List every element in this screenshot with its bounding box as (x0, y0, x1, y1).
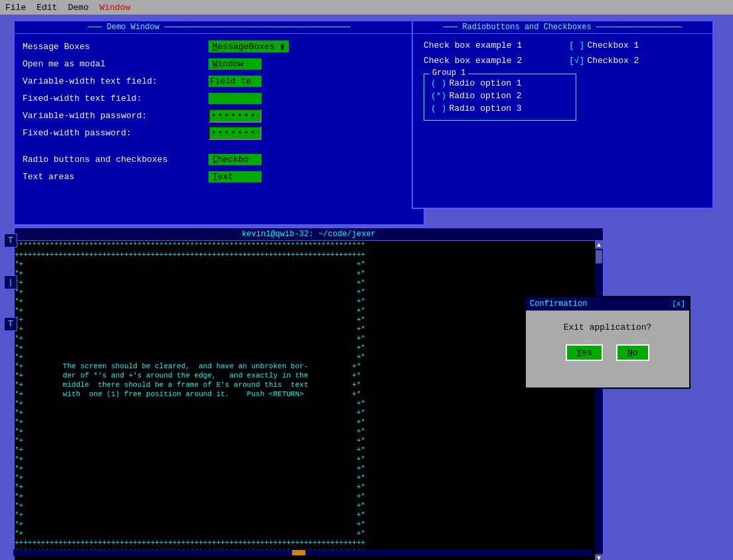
checkbox-name-2: Checkbox 2 (587, 56, 639, 66)
confirm-yes-button[interactable]: Yes (566, 344, 602, 361)
hscroll-thumb[interactable] (292, 550, 305, 555)
fixed-text-input[interactable] (208, 93, 262, 104)
checkbox-row-1: Check box example 1 [ ] Checkbox 1 (424, 40, 702, 50)
scrollbar-down[interactable]: ▼ (595, 554, 603, 560)
radio-option-1[interactable]: ( ) Radio option 1 (431, 78, 569, 88)
menu-file[interactable]: File (5, 3, 26, 13)
checkbox-box-2: [√] (569, 56, 584, 66)
scrollbar-up[interactable]: ▲ (595, 241, 603, 249)
fixed-text-label: Fixed-width text field: (23, 94, 208, 104)
radio-panel-title: ─── Radiobuttons and Checkboxes ────────… (413, 21, 712, 34)
terminal-scrollbar[interactable]: ▲ ▼ (595, 241, 603, 560)
variable-text-input[interactable] (208, 76, 262, 87)
checkbox-item-2[interactable]: [√] Checkbox 2 (569, 56, 702, 66)
checkbox-label-2: Check box example 2 (424, 56, 556, 66)
text-areas-row: Text areas Text (23, 169, 416, 184)
checkbox-box-1: [ ] (569, 40, 584, 50)
confirm-title-text: Confirmation (530, 299, 587, 309)
open-modal-button[interactable]: Window (208, 58, 262, 70)
demo-window-content: Message Boxes MessageBoxes ▮ Open me as … (15, 34, 424, 192)
variable-pwd-label: Variable-width password: (23, 111, 208, 121)
radio-checkboxes-row: Radio buttons and checkboxes Checkbo (23, 152, 416, 167)
terminal-window: kevin1@qwib-32: ~/code/jexer ***********… (13, 227, 604, 560)
fixed-pwd-row: Fixed-width password: (23, 125, 416, 140)
side-tabs: T | T (4, 234, 17, 331)
confirm-dialog: Confirmation [x] Exit application? Yes N… (525, 296, 691, 389)
radio-panel: ─── Radiobuttons and Checkboxes ────────… (412, 20, 714, 209)
variable-text-row: Variable-width text field: (23, 74, 416, 88)
radio-label-2: Radio option 2 (449, 91, 521, 101)
confirm-close-button[interactable]: [x] (672, 300, 685, 308)
terminal-text: ****************************************… (15, 241, 595, 560)
radio-panel-content: Check box example 1 [ ] Checkbox 1 Check… (413, 34, 712, 127)
confirm-no-button[interactable]: No (616, 344, 649, 361)
confirm-title-bar: Confirmation [x] (526, 297, 689, 311)
message-boxes-row: Message Boxes MessageBoxes ▮ (23, 39, 416, 54)
checkbox-name-1: Checkbox 1 (587, 40, 639, 50)
group-box-title: Group 1 (430, 68, 468, 78)
checkboxes-button[interactable]: Checkbo (208, 154, 262, 165)
bottom-scrollbar[interactable] (13, 549, 591, 556)
menu-edit[interactable]: Edit (37, 3, 57, 13)
demo-window-title: ─── Demo Window ────────────────────────… (15, 21, 424, 34)
variable-text-label: Variable-width text field: (23, 76, 208, 86)
scrollbar-thumb[interactable] (596, 250, 602, 263)
scrollbar-track (595, 249, 603, 554)
radio-checkboxes-label: Radio buttons and checkboxes (23, 155, 208, 165)
open-modal-label: Open me as modal (23, 59, 208, 69)
radio-option-2[interactable]: (*) Radio option 2 (431, 91, 569, 101)
radio-label-3: Radio option 3 (449, 104, 521, 113)
menubar: File Edit Demo Window (0, 0, 733, 15)
variable-pwd-input[interactable] (208, 109, 262, 123)
demo-window: ─── Demo Window ────────────────────────… (13, 20, 425, 226)
variable-pwd-row: Variable-width password: (23, 108, 416, 123)
side-tab-t2[interactable]: | (4, 275, 17, 289)
terminal-content[interactable]: ****************************************… (15, 241, 603, 560)
fixed-text-row: Fixed-width text field: (23, 91, 416, 105)
radio-label-1: Radio option 1 (449, 78, 521, 88)
confirm-buttons: Yes No (526, 339, 689, 366)
checkbox-label-1: Check box example 1 (424, 40, 556, 50)
open-modal-row: Open me as modal Window (23, 56, 416, 71)
checkbox-row-2: Check box example 2 [√] Checkbox 2 (424, 56, 702, 66)
terminal-title: kevin1@qwib-32: ~/code/jexer (15, 228, 603, 241)
confirm-message: Exit application? (564, 322, 652, 332)
desktop: ─── Demo Window ────────────────────────… (0, 15, 733, 560)
group-box-1: Group 1 ( ) Radio option 1 (*) Radio opt… (424, 74, 576, 121)
fixed-pwd-label: Fixed-width password: (23, 128, 208, 138)
radio-option-3[interactable]: ( ) Radio option 3 (431, 104, 569, 113)
checkbox-item-1[interactable]: [ ] Checkbox 1 (569, 40, 702, 50)
radio-indicator-2: (*) (431, 91, 446, 101)
menu-window[interactable]: Window (100, 3, 131, 13)
side-tab-t1[interactable]: T (4, 234, 17, 247)
menu-demo[interactable]: Demo (68, 3, 88, 13)
confirm-body: Exit application? (526, 311, 689, 339)
message-boxes-label: Message Boxes (23, 42, 208, 52)
radio-indicator-1: ( ) (431, 78, 446, 88)
text-areas-label: Text areas (23, 172, 208, 182)
fixed-pwd-input[interactable] (208, 126, 262, 140)
text-areas-button[interactable]: Text (208, 171, 262, 182)
message-boxes-button[interactable]: MessageBoxes ▮ (208, 40, 289, 52)
radio-indicator-3: ( ) (431, 104, 446, 113)
side-tab-t3[interactable]: T (4, 317, 17, 331)
